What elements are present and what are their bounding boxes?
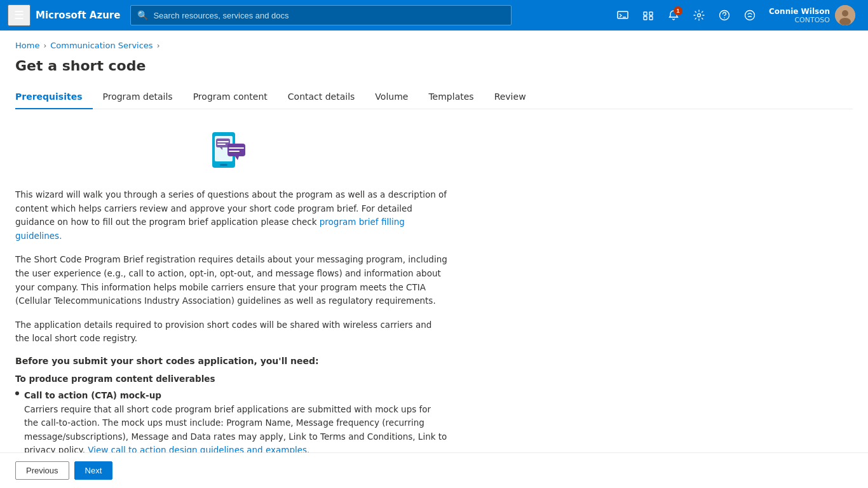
tab-contact-details[interactable]: Contact details	[278, 86, 365, 109]
search-input[interactable]	[153, 11, 505, 20]
help-button[interactable]	[713, 4, 736, 27]
page-title: Get a short code	[15, 58, 853, 74]
search-icon: 🔍	[137, 10, 148, 20]
app-logo: Microsoft Azure	[36, 10, 120, 21]
breadcrumb-sep-1: ›	[43, 41, 46, 50]
breadcrumb-home[interactable]: Home	[15, 41, 39, 50]
sub-heading: To produce program content deliverables	[15, 374, 447, 384]
svg-rect-4	[644, 17, 647, 20]
hamburger-menu[interactable]: ☰	[8, 4, 31, 26]
wizard-icon	[206, 125, 257, 175]
sharing-paragraph: The application details required to prov…	[15, 318, 447, 346]
search-bar[interactable]: 🔍	[130, 5, 512, 25]
top-navigation: ☰ Microsoft Azure 🔍 1 Connie Wilson CONT…	[0, 0, 868, 30]
svg-rect-21	[227, 144, 245, 156]
notifications-button[interactable]: 1	[662, 4, 685, 27]
avatar	[835, 5, 855, 25]
breadcrumb-service[interactable]: Communication Services	[50, 41, 153, 50]
cloud-shell-button[interactable]	[611, 4, 634, 27]
wizard-icon-wrap	[15, 125, 447, 175]
user-name: Connie Wilson	[769, 7, 830, 16]
topnav-actions: 1 Connie Wilson CONTOSO	[611, 3, 860, 28]
svg-point-13	[839, 18, 851, 25]
tab-prerequisites[interactable]: Prerequisites	[15, 86, 93, 109]
svg-point-8	[724, 17, 725, 18]
svg-rect-16	[220, 164, 227, 166]
content-area: This wizard will walk you through a seri…	[15, 125, 447, 488]
svg-rect-5	[649, 17, 653, 20]
next-button[interactable]: Next	[74, 461, 113, 480]
tab-program-details[interactable]: Program details	[93, 86, 183, 109]
bottom-bar: Previous Next	[0, 452, 868, 488]
details-paragraph: The Short Code Program Brief registratio…	[15, 253, 447, 308]
tab-program-content[interactable]: Program content	[183, 86, 278, 109]
tabs: Prerequisites Program details Program co…	[15, 86, 853, 109]
user-menu[interactable]: Connie Wilson CONTOSO	[764, 3, 860, 28]
feedback-button[interactable]	[738, 4, 761, 27]
list-item: Call to action (CTA) mock-up Carriers re…	[15, 389, 447, 458]
directory-button[interactable]	[637, 4, 660, 27]
bullet-title-1: Call to action (CTA) mock-up	[24, 390, 161, 400]
notification-badge: 1	[674, 6, 682, 15]
bullet-dot	[15, 391, 19, 395]
intro-paragraph: This wizard will walk you through a seri…	[15, 188, 447, 243]
svg-point-6	[698, 14, 701, 17]
main-container: Home › Communication Services › Get a sh…	[0, 30, 868, 488]
previous-button[interactable]: Previous	[15, 461, 69, 480]
tab-volume[interactable]: Volume	[365, 86, 418, 109]
svg-point-12	[842, 10, 848, 17]
user-org: CONTOSO	[769, 16, 830, 24]
settings-button[interactable]	[688, 4, 710, 27]
svg-rect-2	[644, 12, 647, 15]
section-heading: Before you submit your short codes appli…	[15, 356, 447, 366]
svg-point-9	[745, 11, 755, 20]
breadcrumb: Home › Communication Services ›	[15, 41, 853, 50]
tab-templates[interactable]: Templates	[418, 86, 484, 109]
svg-marker-22	[235, 156, 239, 160]
tab-review[interactable]: Review	[484, 86, 536, 109]
svg-rect-3	[649, 12, 653, 15]
breadcrumb-sep-2: ›	[157, 41, 160, 50]
